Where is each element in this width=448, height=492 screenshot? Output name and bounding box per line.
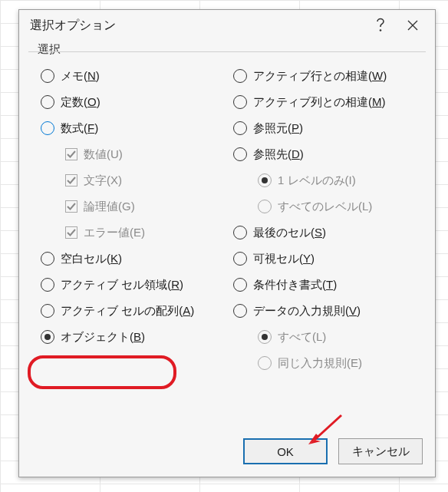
option-region[interactable]: アクティブ セル領域(R) [39, 272, 226, 298]
option-label: 同じ入力規則(E) [278, 356, 362, 371]
radio-icon [233, 252, 247, 266]
option-object[interactable]: オブジェクト(B) [39, 324, 226, 350]
option-label: 条件付き書式(T) [253, 278, 337, 292]
option-all: すべて(L) [232, 324, 418, 350]
titlebar: 選択オプション [19, 10, 435, 41]
option-dep[interactable]: 参照先(D) [232, 141, 418, 167]
help-icon [375, 18, 386, 33]
option-same: 同じ入力規則(E) [232, 350, 418, 376]
radio-icon [41, 278, 54, 292]
option-vis[interactable]: 可視セル(Y) [232, 246, 418, 272]
option-text: 文字(X) [39, 167, 226, 193]
option-label: 参照元(P) [253, 121, 303, 136]
option-label: アクティブ列との相違(M) [253, 95, 386, 110]
option-label: 可視セル(Y) [253, 252, 315, 266]
option-label: すべてのレベル(L) [278, 200, 372, 214]
radio-icon [41, 330, 54, 344]
radio-icon [258, 330, 272, 344]
goto-special-dialog: 選択オプション 選択 メモ(N)定数(O)数式(F)数値(U)文字(X)論理値(… [18, 9, 436, 477]
options-right-column: アクティブ行との相違(W)アクティブ列との相違(M)参照元(P)参照先(D)1 … [232, 63, 418, 376]
option-array[interactable]: アクティブ セルの配列(A) [39, 298, 226, 324]
radio-icon [41, 69, 54, 83]
option-label: 参照先(D) [253, 147, 304, 162]
svg-point-0 [380, 29, 382, 31]
radio-icon [258, 356, 272, 370]
checkbox-icon [65, 200, 77, 213]
option-label: アクティブ セルの配列(A) [61, 304, 194, 319]
option-lvl1: 1 レベルのみ(I) [232, 167, 418, 193]
radio-icon [41, 304, 54, 318]
option-label: エラー値(E) [84, 226, 145, 240]
help-button[interactable] [364, 13, 397, 38]
option-num: 数値(U) [39, 141, 226, 167]
close-button[interactable] [397, 13, 429, 38]
option-label: 論理値(G) [84, 200, 135, 214]
option-label: 最後のセル(S) [253, 226, 326, 240]
option-label: 数値(U) [84, 147, 123, 162]
radio-icon [41, 95, 54, 109]
options-left-column: メモ(N)定数(O)数式(F)数値(U)文字(X)論理値(G)エラー値(E)空白… [39, 63, 226, 376]
option-valid[interactable]: データの入力規則(V) [232, 298, 418, 324]
option-label: 数式(F) [61, 121, 98, 136]
option-label: アクティブ セル領域(R) [61, 278, 183, 292]
group-frame: メモ(N)定数(O)数式(F)数値(U)文字(X)論理値(G)エラー値(E)空白… [28, 51, 426, 409]
radio-icon [233, 69, 247, 83]
checkbox-icon [65, 226, 77, 239]
option-label: アクティブ行との相違(W) [253, 69, 387, 84]
radio-icon [258, 200, 272, 213]
option-last[interactable]: 最後のセル(S) [232, 220, 418, 246]
option-cond[interactable]: 条件付き書式(T) [232, 272, 418, 298]
dialog-buttons: OK キャンセル [19, 429, 435, 477]
option-prec[interactable]: 参照元(P) [232, 115, 418, 141]
radio-icon [41, 252, 54, 266]
radio-icon [233, 147, 247, 161]
select-group: 選択 メモ(N)定数(O)数式(F)数値(U)文字(X)論理値(G)エラー値(E… [28, 44, 426, 429]
cancel-button[interactable]: キャンセル [338, 438, 423, 464]
option-formula[interactable]: 数式(F) [39, 115, 226, 141]
option-logic: 論理値(G) [39, 193, 226, 220]
option-label: 定数(O) [61, 95, 100, 110]
radio-icon [233, 304, 247, 318]
radio-icon [233, 226, 247, 239]
dialog-title: 選択オプション [30, 18, 364, 34]
radio-icon [41, 121, 54, 135]
option-const[interactable]: 定数(O) [39, 89, 226, 115]
radio-icon [233, 95, 247, 109]
option-label: オブジェクト(B) [61, 330, 145, 345]
checkbox-icon [65, 148, 77, 160]
option-lvla: すべてのレベル(L) [232, 193, 418, 220]
option-label: メモ(N) [61, 69, 100, 84]
option-blank[interactable]: 空白セル(K) [39, 246, 226, 272]
option-label: すべて(L) [278, 330, 326, 345]
radio-icon [258, 173, 272, 187]
option-label: 1 レベルのみ(I) [278, 173, 356, 188]
checkbox-icon [65, 174, 77, 187]
option-memo[interactable]: メモ(N) [39, 63, 226, 89]
option-label: データの入力規則(V) [253, 304, 361, 319]
option-coldiff[interactable]: アクティブ列との相違(M) [232, 89, 418, 115]
radio-icon [233, 278, 247, 292]
option-rowdiff[interactable]: アクティブ行との相違(W) [232, 63, 418, 89]
ok-button[interactable]: OK [243, 438, 328, 464]
close-icon [407, 20, 418, 31]
option-err: エラー値(E) [39, 220, 226, 246]
option-label: 文字(X) [84, 173, 122, 188]
option-label: 空白セル(K) [61, 252, 122, 266]
radio-icon [233, 121, 247, 135]
